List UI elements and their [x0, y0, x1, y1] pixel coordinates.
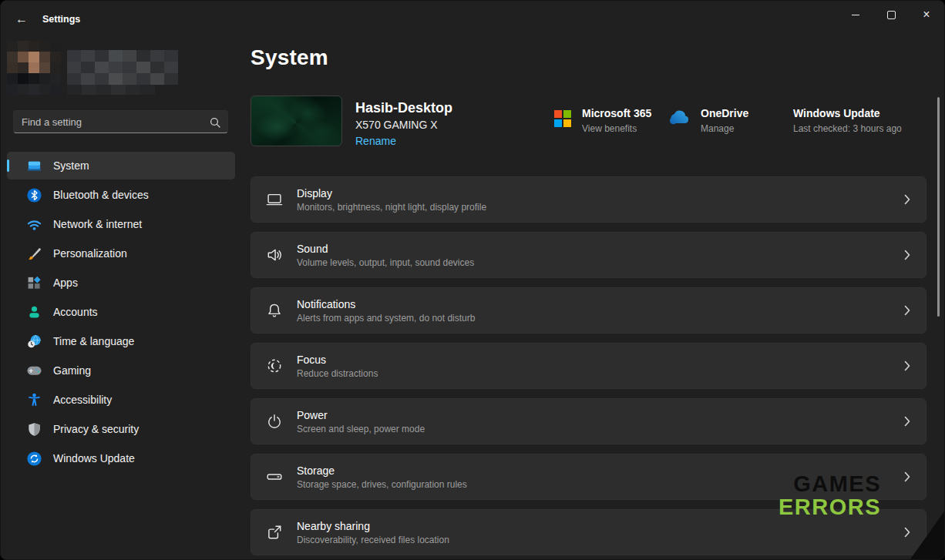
bluetooth-icon	[27, 188, 42, 203]
quick-action-microsoft-365[interactable]: Microsoft 365 View benefits	[554, 107, 651, 134]
row-title: Power	[297, 409, 425, 421]
sidebar-item-label: Bluetooth & devices	[53, 189, 149, 201]
sidebar-item-privacy-security[interactable]: Privacy & security	[7, 415, 235, 443]
minimize-icon	[852, 15, 859, 15]
onedrive-cloud-icon	[667, 110, 690, 129]
rename-link[interactable]: Rename	[355, 135, 396, 147]
row-title: Display	[297, 187, 486, 200]
back-button[interactable]: ←	[8, 8, 35, 31]
chevron-right-icon	[904, 250, 910, 260]
chevron-right-icon	[904, 527, 910, 538]
row-subtitle: Volume levels, output, input, sound devi…	[297, 257, 474, 268]
settings-row-notifications[interactable]: Notifications Alerts from apps and syste…	[251, 287, 927, 334]
selected-indicator	[7, 159, 9, 172]
power-icon	[266, 413, 283, 430]
window-controls: ×	[838, 1, 944, 29]
sidebar-item-gaming[interactable]: Gaming	[7, 357, 235, 384]
row-subtitle: Storage space, drives, configuration rul…	[297, 479, 467, 490]
sidebar-item-accessibility[interactable]: Accessibility	[7, 386, 235, 414]
sidebar-item-label: Privacy & security	[53, 423, 139, 435]
minimize-button[interactable]	[838, 1, 873, 29]
row-title: Notifications	[297, 298, 475, 310]
quick-action-title: Windows Update	[793, 107, 902, 119]
page-title: System	[251, 45, 328, 70]
sidebar-item-label: Gaming	[53, 364, 91, 377]
quick-action-subtitle[interactable]: Manage	[701, 123, 748, 134]
quick-action-subtitle[interactable]: View benefits	[582, 123, 651, 134]
user-name-redacted-tail	[67, 85, 155, 95]
windows-update-icon	[27, 451, 42, 466]
sidebar-item-apps[interactable]: Apps	[7, 269, 235, 297]
quick-action-windows-update[interactable]: Windows Update Last checked: 3 hours ago	[782, 107, 902, 134]
sidebar-item-accounts[interactable]: Accounts	[7, 298, 235, 326]
chevron-right-icon	[904, 360, 910, 371]
sidebar-item-bluetooth-devices[interactable]: Bluetooth & devices	[7, 181, 235, 209]
sidebar-item-label: Accounts	[53, 306, 98, 318]
settings-row-storage[interactable]: Storage Storage space, drives, configura…	[251, 454, 927, 500]
chevron-right-icon	[904, 194, 910, 205]
sidebar-item-label: Personalization	[53, 247, 127, 260]
device-wallpaper-thumbnail	[251, 96, 342, 146]
accounts-icon	[27, 305, 42, 320]
sidebar-item-label: Time & language	[53, 335, 134, 347]
time-language-icon	[27, 334, 42, 349]
personalization-icon	[27, 246, 42, 261]
settings-window: ← Settings × System Bluetooth & devices …	[0, 0, 945, 560]
chevron-right-icon	[904, 471, 910, 482]
sidebar-item-system[interactable]: System	[7, 152, 235, 179]
row-title: Focus	[297, 354, 378, 366]
search-icon[interactable]	[210, 117, 220, 128]
sidebar-item-label: Network & internet	[53, 218, 142, 230]
sidebar-item-windows-update[interactable]: Windows Update	[7, 444, 235, 472]
apps-icon	[27, 276, 42, 290]
settings-row-nearby-sharing[interactable]: Nearby sharing Discoverability, received…	[251, 509, 927, 555]
row-subtitle: Monitors, brightness, night light, displ…	[297, 202, 486, 213]
quick-action-onedrive[interactable]: OneDrive Manage	[667, 107, 748, 134]
settings-row-display[interactable]: Display Monitors, brightness, night ligh…	[251, 176, 927, 223]
sidebar-item-network-internet[interactable]: Network & internet	[7, 210, 235, 238]
gaming-icon	[27, 364, 42, 378]
close-icon: ×	[923, 8, 930, 21]
nearby-sharing-icon	[266, 524, 283, 541]
microsoft-logo-icon	[554, 110, 571, 127]
scrollbar[interactable]	[937, 97, 940, 317]
sidebar-item-time-language[interactable]: Time & language	[7, 327, 235, 355]
display-icon	[266, 191, 283, 208]
settings-row-sound[interactable]: Sound Volume levels, output, input, soun…	[251, 232, 927, 278]
sidebar-item-label: Accessibility	[53, 394, 112, 406]
sidebar-item-label: Windows Update	[53, 452, 135, 464]
storage-icon	[266, 468, 283, 485]
maximize-icon	[887, 11, 896, 19]
sound-icon	[266, 246, 283, 263]
device-name: Hasib-Desktop	[355, 100, 452, 116]
quick-action-subtitle: Last checked: 3 hours ago	[793, 123, 902, 134]
user-avatar-redacted	[7, 41, 61, 95]
accessibility-icon	[27, 393, 42, 407]
sidebar-item-label: System	[53, 159, 89, 172]
sidebar-item-personalization[interactable]: Personalization	[7, 240, 235, 267]
search-box	[13, 110, 228, 133]
row-title: Sound	[297, 243, 474, 255]
notifications-icon	[266, 302, 283, 319]
quick-action-title: Microsoft 365	[582, 107, 651, 119]
chevron-right-icon	[904, 305, 910, 316]
row-title: Storage	[297, 464, 467, 477]
titlebar: ← Settings ×	[1, 1, 944, 38]
sidebar-nav: System Bluetooth & devices Network & int…	[4, 150, 238, 474]
search-input[interactable]	[14, 111, 227, 132]
row-subtitle: Reduce distractions	[297, 368, 378, 379]
chevron-right-icon	[904, 416, 910, 427]
sidebar-item-label: Apps	[53, 277, 78, 289]
close-button[interactable]: ×	[909, 1, 944, 29]
settings-row-focus[interactable]: Focus Reduce distractions	[251, 343, 927, 389]
row-subtitle: Alerts from apps and system, do not dist…	[297, 313, 475, 324]
quick-action-title: OneDrive	[701, 107, 748, 119]
settings-row-power[interactable]: Power Screen and sleep, power mode	[251, 398, 927, 444]
maximize-button[interactable]	[873, 1, 909, 29]
row-title: Nearby sharing	[297, 520, 449, 532]
app-title: Settings	[42, 14, 80, 25]
row-subtitle: Screen and sleep, power mode	[297, 424, 425, 434]
network-icon	[27, 217, 42, 232]
focus-icon	[266, 357, 283, 374]
system-icon	[27, 159, 42, 173]
